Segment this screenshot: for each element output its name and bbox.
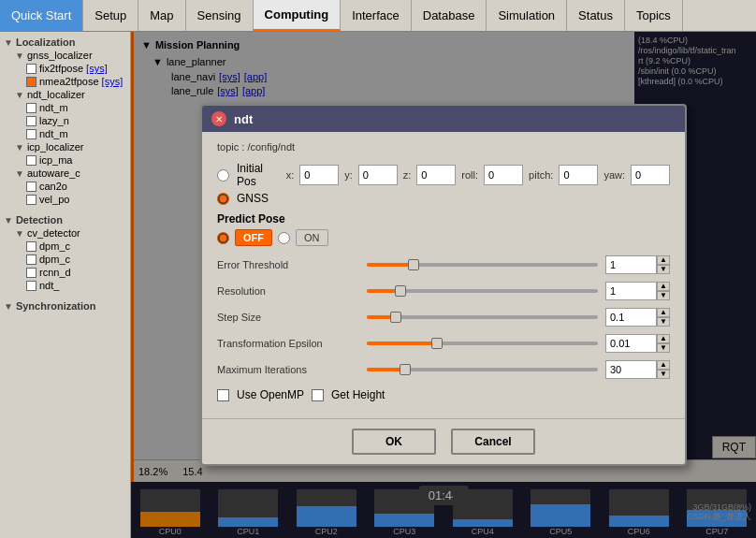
transformation-epsilon-up[interactable]: ▲ (657, 334, 670, 343)
detection-label: Detection (16, 214, 63, 225)
tree-fix2tfpose[interactable]: fix2tfpose [sys] (0, 62, 130, 75)
dpm-c2-checkbox[interactable] (26, 254, 36, 265)
error-threshold-input[interactable] (605, 255, 657, 274)
nmea2tfpose-sys-link[interactable]: [sys] (102, 76, 124, 87)
transformation-epsilon-input[interactable] (605, 334, 657, 353)
menu-simulation[interactable]: Simulation (487, 0, 567, 31)
error-threshold-row: Error Threshold ▲ ▼ (217, 254, 670, 276)
nmea2tfpose-checkbox[interactable] (26, 77, 36, 87)
menu-quickstart[interactable]: Quick Start (0, 0, 83, 31)
tree-icp-localizer[interactable]: ▼ icp_localizer (0, 140, 130, 153)
tree-rcnn-d[interactable]: rcnn_d (0, 266, 130, 279)
pitch-input[interactable] (559, 165, 598, 185)
transformation-epsilon-down[interactable]: ▼ (657, 343, 670, 353)
tree-cv-detector[interactable]: ▼ cv_detector (0, 226, 130, 240)
get-height-checkbox[interactable] (312, 389, 324, 401)
error-threshold-thumb[interactable] (408, 259, 419, 270)
dialog-topic: topic : /config/ndt (217, 141, 670, 153)
step-size-up[interactable]: ▲ (657, 308, 670, 317)
menubar: Quick Start Setup Map Sensing Computing … (0, 0, 756, 32)
step-size-input[interactable] (605, 308, 657, 327)
rcnn-d-checkbox[interactable] (26, 268, 36, 278)
ndt-detect-label: ndt_ (39, 280, 59, 291)
menu-sensing[interactable]: Sensing (186, 0, 254, 31)
dialog-titlebar: ✕ ndt (202, 106, 685, 132)
dpm-c1-checkbox[interactable] (26, 241, 36, 252)
transformation-epsilon-input-wrap: ▲ ▼ (605, 334, 670, 353)
ndt-dialog: ✕ ndt topic : /config/ndt Initial Pos (200, 104, 687, 466)
error-threshold-down[interactable]: ▼ (657, 265, 670, 274)
tree-ndt-m2[interactable]: ndt_m (0, 127, 130, 140)
ndt-m1-checkbox[interactable] (26, 103, 36, 113)
get-height-label: Get Height (331, 388, 385, 401)
resolution-label: Resolution (217, 285, 367, 297)
ndt-m2-checkbox[interactable] (26, 129, 36, 139)
gnss-radio[interactable] (217, 193, 229, 205)
cancel-button[interactable]: Cancel (451, 429, 535, 455)
tree-can2o[interactable]: can2o (0, 180, 130, 193)
z-input[interactable] (416, 165, 456, 185)
tree-dpm-c1[interactable]: dpm_c (0, 240, 130, 253)
menu-setup[interactable]: Setup (83, 0, 138, 31)
section-synchronization[interactable]: ▼ Synchronization (0, 299, 130, 313)
tree-ndt-m1[interactable]: ndt_m (0, 101, 130, 114)
menu-database[interactable]: Database (412, 0, 487, 31)
section-localization[interactable]: ▼ Localization (0, 36, 130, 49)
ok-button[interactable]: OK (352, 429, 436, 455)
step-size-row: Step Size ▲ ▼ (217, 306, 670, 328)
menu-interface[interactable]: Interface (341, 0, 412, 31)
predict-on-radio[interactable] (278, 232, 290, 244)
arrow-icon: ▼ (15, 168, 24, 179)
can2o-checkbox[interactable] (26, 182, 36, 192)
lazy-n-checkbox[interactable] (26, 116, 36, 126)
x-label: x: (286, 169, 295, 181)
dialog-close-button[interactable]: ✕ (211, 111, 226, 126)
menu-computing[interactable]: Computing (254, 0, 342, 31)
tree-gnss-localizer[interactable]: ▼ gnss_localizer (0, 49, 130, 62)
use-openmp-checkbox[interactable] (217, 389, 229, 401)
tree-ndt-localizer[interactable]: ▼ ndt_localizer (0, 88, 130, 101)
resolution-track (367, 289, 598, 293)
resolution-up[interactable]: ▲ (657, 282, 670, 291)
resolution-down[interactable]: ▼ (657, 291, 670, 300)
yaw-input[interactable] (631, 165, 670, 185)
step-size-down[interactable]: ▼ (657, 317, 670, 327)
tree-lazy-n[interactable]: lazy_n (0, 114, 130, 127)
maximum-iterations-thumb[interactable] (400, 364, 411, 375)
transformation-epsilon-thumb[interactable] (431, 338, 443, 349)
tree-ndt-detect[interactable]: ndt_ (0, 279, 130, 292)
tree-dpm-c2[interactable]: dpm_c (0, 253, 130, 266)
tree-icp-ma[interactable]: icp_ma (0, 153, 130, 167)
error-threshold-track (367, 263, 598, 267)
maximum-iterations-input[interactable] (605, 360, 657, 379)
predict-off-radio[interactable] (217, 232, 229, 244)
menu-topics[interactable]: Topics (625, 0, 683, 31)
section-detection[interactable]: ▼ Detection (0, 213, 130, 226)
tree-nmea2tfpose[interactable]: nmea2tfpose [sys] (0, 75, 130, 88)
gnss-localizer-label: gnss_localizer (27, 50, 93, 61)
resolution-input[interactable] (605, 282, 657, 300)
resolution-thumb[interactable] (395, 285, 406, 297)
y-label: y: (344, 169, 353, 181)
menu-status[interactable]: Status (567, 0, 625, 31)
vel-po-checkbox[interactable] (26, 195, 36, 205)
fix2tfpose-sys-link[interactable]: [sys] (86, 63, 108, 74)
y-input[interactable] (358, 165, 398, 185)
x-input[interactable] (299, 165, 339, 185)
gnss-radio-row: GNSS (217, 192, 670, 205)
predict-off-button[interactable]: OFF (235, 229, 272, 246)
tree-autoware-c[interactable]: ▼ autoware_c (0, 167, 130, 180)
error-threshold-up[interactable]: ▲ (657, 255, 670, 265)
ndt-detect-checkbox[interactable] (26, 281, 36, 291)
roll-input[interactable] (484, 165, 523, 185)
maximum-iterations-up[interactable]: ▲ (657, 360, 670, 370)
maximum-iterations-down[interactable]: ▼ (657, 370, 670, 379)
initial-pos-radio[interactable] (217, 169, 229, 182)
icp-ma-checkbox[interactable] (26, 155, 36, 166)
fix2tfpose-checkbox[interactable] (26, 64, 36, 74)
step-size-thumb[interactable] (390, 312, 401, 323)
localization-label: Localization (16, 36, 76, 48)
menu-map[interactable]: Map (138, 0, 185, 31)
predict-on-button[interactable]: ON (296, 229, 328, 246)
tree-vel-po[interactable]: vel_po (0, 193, 130, 206)
